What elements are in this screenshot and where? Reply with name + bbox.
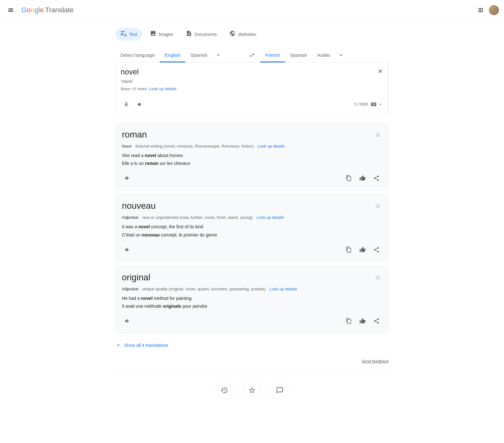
- tab-websites[interactable]: Websites: [224, 28, 261, 41]
- target-lang-bar: French Spanish Arabic: [260, 48, 389, 62]
- show-all-section: Show all 4 translations: [115, 337, 389, 356]
- microphone-button[interactable]: [121, 99, 132, 110]
- source-more-langs-btn[interactable]: [213, 48, 224, 62]
- translation-lookup-1[interactable]: Look up details: [256, 215, 284, 220]
- source-english-btn[interactable]: English: [160, 49, 185, 62]
- translation-actions-right-1: [343, 244, 382, 255]
- star-icon: [248, 387, 256, 394]
- source-spanish-btn[interactable]: Spanish: [185, 49, 212, 62]
- share-button-1[interactable]: [371, 244, 382, 255]
- thumbsup-button-1[interactable]: [357, 244, 368, 255]
- target-more-langs-btn[interactable]: [335, 48, 347, 62]
- show-all-label: Show all 4 translations: [124, 343, 168, 348]
- translation-lookup-0[interactable]: Look up details: [257, 144, 285, 149]
- translation-word-1: nouveau: [122, 201, 382, 211]
- translation-pos-2: Adjective: [122, 287, 139, 291]
- target-arabic-btn[interactable]: Arabic: [312, 49, 336, 62]
- translation-pos-0: Noun: [122, 144, 132, 149]
- translation-meta-0: Noun fictional writing (novel, romance, …: [122, 143, 382, 149]
- share-button-0[interactable]: [371, 172, 382, 184]
- target-french-btn[interactable]: French: [260, 49, 285, 62]
- copy-button-0[interactable]: [343, 172, 354, 184]
- copy-button-1[interactable]: [343, 244, 354, 255]
- thumbsup-icon-0: [359, 175, 366, 181]
- translation-def-0: fictional writing (novel, romance, Roman…: [135, 144, 254, 149]
- translate-container: novel 'nävəl Noun +1 more Look up detail…: [115, 62, 389, 115]
- header-right: [475, 4, 499, 16]
- websites-icon: [229, 30, 236, 38]
- tab-text-label: Text: [129, 32, 137, 37]
- send-feedback-link[interactable]: Send feedback: [361, 359, 389, 364]
- translation-actions-1: [122, 244, 382, 255]
- avatar[interactable]: [489, 5, 499, 15]
- tab-text[interactable]: Text: [115, 28, 142, 41]
- target-spanish-btn[interactable]: Spanish: [285, 49, 312, 62]
- app-header: Google Translate: [0, 0, 504, 20]
- thumbsup-button-0[interactable]: [357, 172, 368, 184]
- speaker-button[interactable]: [135, 99, 146, 110]
- speaker-button-1[interactable]: [122, 244, 133, 255]
- lookup-link[interactable]: Look up details: [149, 86, 176, 91]
- source-text: novel: [121, 67, 383, 76]
- speaker-icon-2: [124, 318, 131, 324]
- history-button[interactable]: [215, 382, 233, 399]
- history-icon: [220, 387, 228, 394]
- menu-button[interactable]: [5, 4, 16, 16]
- keyboard-button[interactable]: [370, 101, 383, 108]
- keyboard-icon: [370, 101, 377, 108]
- thumbsup-icon-2: [359, 318, 366, 324]
- apps-button[interactable]: [475, 4, 486, 16]
- detect-language-btn[interactable]: Detect language: [115, 49, 160, 62]
- microphone-icon: [123, 101, 129, 108]
- feedback-row: Send feedback: [115, 356, 389, 371]
- translation-pos-1: Adjective: [122, 215, 139, 220]
- share-icon-1: [373, 247, 380, 253]
- speaker-icon-1: [124, 247, 131, 253]
- show-all-button[interactable]: Show all 4 translations: [115, 337, 168, 353]
- chevron-down-icon-3: [378, 102, 383, 107]
- documents-icon: [186, 30, 192, 38]
- translation-lookup-2[interactable]: Look up details: [269, 287, 297, 291]
- tab-documents[interactable]: Documents: [181, 28, 222, 41]
- char-count-area: 5 / 5000: [354, 101, 383, 108]
- logo-google: Google: [21, 6, 44, 14]
- translation-def-2: unique quality (original, novel, quaint,…: [142, 287, 266, 291]
- hamburger-icon: [8, 7, 14, 13]
- translation-word-2: original: [122, 272, 382, 283]
- translation-word-0: roman: [122, 130, 382, 140]
- translation-examples-2: He had a novel method for painting Il av…: [122, 294, 382, 310]
- community-button[interactable]: [271, 382, 289, 399]
- clear-button[interactable]: ✕: [376, 66, 384, 76]
- swap-icon: [249, 52, 255, 58]
- source-actions: 5 / 5000: [121, 96, 383, 110]
- translation-examples-1: It was a novel concept, the first of its…: [122, 223, 382, 239]
- translation-meta-1: Adjective new or unpredented (new, furth…: [122, 215, 382, 220]
- copy-icon-1: [346, 247, 352, 253]
- thumbsup-icon-1: [359, 247, 366, 253]
- logo-link[interactable]: Google Translate: [21, 6, 74, 14]
- star-button-2[interactable]: ☆: [374, 272, 382, 283]
- header-left: Google Translate: [5, 4, 74, 16]
- tab-images-label: Images: [159, 32, 173, 37]
- speaker-button-2[interactable]: [122, 315, 133, 327]
- speaker-icon: [137, 101, 143, 108]
- mode-tabs: Text Images Documents Websites: [115, 28, 389, 41]
- translation-actions-right-2: [343, 315, 382, 327]
- translation-def-1: new or unpredented (new, further, novel,…: [142, 215, 253, 220]
- thumbsup-button-2[interactable]: [357, 315, 368, 327]
- swap-languages-btn[interactable]: [244, 48, 260, 62]
- copy-button-2[interactable]: [343, 315, 354, 327]
- phonetic-text: 'nävəl: [121, 79, 383, 84]
- grid-icon: [478, 7, 484, 13]
- tab-images[interactable]: Images: [145, 28, 178, 41]
- translation-actions-2: [122, 315, 382, 327]
- translation-card-1: ☆ nouveau Adjective new or unpredented (…: [115, 194, 389, 262]
- chevron-down-icon: [215, 52, 221, 58]
- share-icon-0: [373, 175, 380, 181]
- speaker-button-0[interactable]: [122, 172, 133, 184]
- star-button-0[interactable]: ☆: [374, 130, 382, 140]
- translation-card-2: ☆ original Adjective unique quality (ori…: [115, 266, 389, 333]
- saved-button[interactable]: [243, 382, 261, 399]
- share-button-2[interactable]: [371, 315, 382, 327]
- translation-actions-right-0: [343, 172, 382, 184]
